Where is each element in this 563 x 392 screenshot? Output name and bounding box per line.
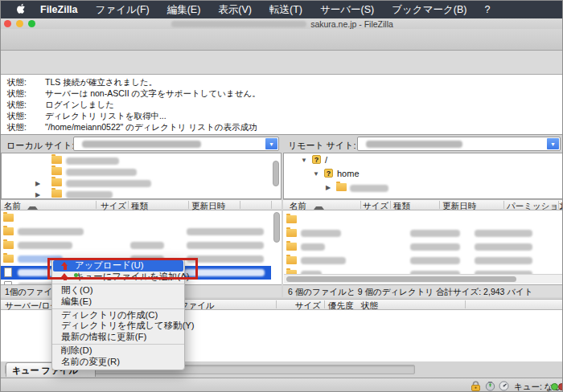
- quickconnect-bar: ホスト(H): ユーザー名(U): パスワード(W): ポート(P): クイック…: [1, 51, 563, 75]
- menu-edit[interactable]: 編集(E): [158, 1, 210, 18]
- local-tree[interactable]: ▶ ▶: [1, 153, 282, 199]
- menu-item-create-directory-and-enter[interactable]: ディレクトリを作成して移動(Y): [53, 321, 183, 332]
- menu-item-refresh[interactable]: 最新の情報に更新(F): [53, 332, 183, 343]
- local-site-combobox[interactable]: ▼: [73, 137, 279, 151]
- macos-menubar: FileZilla ファイル(F) 編集(E) 表示(V) 転送(T) サーバー…: [1, 1, 563, 18]
- file-row[interactable]: [283, 213, 563, 227]
- menu-filezilla[interactable]: FileZilla: [31, 1, 87, 18]
- menu-item-edit[interactable]: 編集(E): [53, 296, 183, 308]
- remote-file-list[interactable]: [283, 210, 563, 284]
- collapse-arrow-icon[interactable]: ▼: [301, 157, 307, 164]
- column-permissions[interactable]: パーミッション: [507, 201, 563, 210]
- window-title: sakura.ne.jp - FileZilla: [310, 19, 393, 29]
- folder-icon: [286, 243, 297, 251]
- folder-icon: [51, 178, 62, 186]
- column-modified[interactable]: 更新日時: [442, 201, 476, 210]
- redacted-folder-name: [66, 157, 119, 165]
- folder-icon: [51, 156, 62, 164]
- column-kind[interactable]: 種類: [393, 201, 410, 210]
- message-log: 状態:TLS 接続が確立されました。 状態:サーバーは non-ASCII の文…: [1, 75, 563, 135]
- add-to-queue-arrow-icon: [61, 273, 68, 281]
- remote-tree[interactable]: ▼ ? / ▼ ? home ▶: [283, 153, 563, 199]
- expand-arrow-icon[interactable]: ▶: [326, 185, 331, 191]
- local-list-scrollbar[interactable]: [273, 212, 280, 243]
- menu-help[interactable]: ?: [475, 1, 499, 18]
- status-label: 状態:: [7, 122, 27, 133]
- sort-asc-icon: [27, 203, 38, 210]
- remote-site-label: リモート サイト:: [288, 140, 356, 152]
- folder-icon: [51, 167, 62, 175]
- menu-server[interactable]: サーバー(S): [311, 1, 383, 18]
- column-size[interactable]: サイズ: [363, 201, 387, 210]
- menu-item-upload[interactable]: アップロード(U): [53, 260, 183, 272]
- menu-item-create-directory[interactable]: ディレクトリの作成(C): [53, 310, 183, 321]
- unknown-folder-icon: ?: [312, 155, 321, 164]
- file-row[interactable]: [1, 225, 282, 239]
- remote-home-label[interactable]: home: [337, 169, 360, 178]
- redacted-date: [475, 257, 532, 264]
- redacted-date: [187, 255, 264, 263]
- collapse-arrow-icon[interactable]: ▼: [313, 171, 319, 178]
- menu-file[interactable]: ファイル(F): [87, 1, 158, 18]
- redacted-file-name: [18, 228, 84, 235]
- menu-bookmarks[interactable]: ブックマーク(B): [383, 1, 475, 18]
- receive-indicator-led: [558, 383, 563, 390]
- remote-site-combobox[interactable]: ▼: [357, 137, 561, 151]
- send-indicator-led: [551, 383, 558, 390]
- redacted-folder-name: [66, 169, 137, 176]
- menu-transfer[interactable]: 転送(T): [261, 1, 311, 18]
- log-message: ディレクトリ リストを取得中...: [45, 111, 166, 122]
- redacted-folder-name: [350, 185, 388, 192]
- file-row[interactable]: [1, 239, 282, 252]
- menu-view[interactable]: 表示(V): [209, 1, 261, 18]
- status-label: 状態:: [7, 77, 27, 88]
- folder-icon: [286, 215, 297, 223]
- combo-dropdown-icon[interactable]: ▼: [265, 138, 277, 149]
- column-name[interactable]: 名前: [290, 201, 306, 210]
- menu-item-delete[interactable]: 削除(D): [53, 345, 183, 357]
- expand-arrow-icon[interactable]: ▶: [35, 181, 40, 187]
- redacted-file-name: [301, 257, 346, 264]
- redacted-folder-name: [66, 191, 113, 198]
- sort-asc-icon: [314, 203, 324, 210]
- redacted-file-name: [18, 242, 72, 249]
- remote-root-label[interactable]: /: [325, 155, 327, 165]
- folder-icon: [51, 190, 62, 198]
- expand-arrow-icon[interactable]: ▶: [35, 192, 40, 198]
- redacted-kind: [410, 230, 460, 237]
- filezilla-window: FileZilla ファイル(F) 編集(E) 表示(V) 転送(T) サーバー…: [0, 0, 563, 392]
- apple-menu-icon[interactable]: [12, 3, 30, 17]
- file-row[interactable]: [283, 227, 563, 240]
- lock-icon[interactable]: [471, 381, 481, 392]
- speed-limit-gauge-icon[interactable]: [499, 381, 509, 392]
- redacted-kind: [130, 242, 164, 249]
- status-label: 状態:: [7, 100, 27, 111]
- redacted-date: [475, 243, 532, 251]
- menu-item-add-to-queue[interactable]: キューにファイルを追加(A): [53, 272, 183, 283]
- combo-dropdown-icon[interactable]: ▼: [547, 138, 559, 149]
- folder-icon: [3, 214, 14, 222]
- file-row[interactable]: [1, 211, 282, 225]
- file-row[interactable]: [283, 254, 563, 267]
- folder-icon: [336, 183, 347, 191]
- local-tree-scrollbar[interactable]: [273, 161, 279, 186]
- log-message: TLS 接続が確立されました。: [45, 77, 157, 88]
- menu-item-rename[interactable]: 名前の変更(R): [53, 357, 183, 368]
- titlebar: sakura.ne.jp - FileZilla: [1, 18, 563, 29]
- notification-bell-icon[interactable]: [485, 381, 495, 392]
- menu-separator: [52, 344, 184, 345]
- remote-list-hscrollbar[interactable]: [284, 274, 563, 284]
- folder-icon: [3, 255, 14, 263]
- log-message: ログインしました: [45, 100, 114, 111]
- file-row[interactable]: [283, 240, 563, 254]
- redacted-file-name: [301, 243, 325, 251]
- upload-arrow-icon: [61, 262, 68, 270]
- status-label: 状態:: [7, 88, 27, 100]
- status-label: 状態:: [7, 111, 27, 122]
- local-site-label: ローカル サイト:: [6, 140, 75, 152]
- redacted-kind: [410, 257, 460, 264]
- menu-item-open[interactable]: 開く(O): [53, 285, 183, 296]
- toolbar: [1, 29, 563, 51]
- log-message: "/home/meiann0522" のディレクトリ リストの表示成功: [45, 122, 257, 133]
- redacted-date: [475, 230, 532, 237]
